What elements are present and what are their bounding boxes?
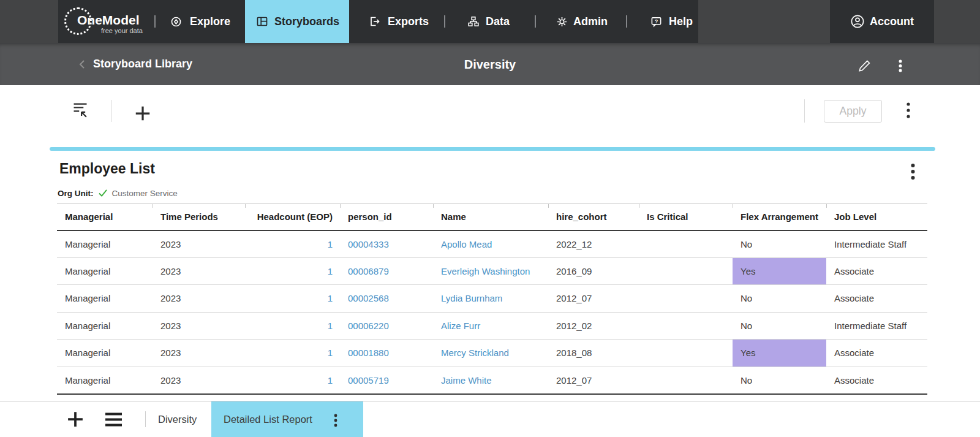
svg-text:?: ? <box>655 18 658 24</box>
column-header[interactable]: Time Periods <box>153 204 245 230</box>
table-cell: Associate <box>826 367 927 394</box>
table-cell: Managerial <box>57 367 153 394</box>
column-header[interactable]: hire_cohort <box>548 204 639 230</box>
table-cell: Associate <box>826 257 927 285</box>
pages-menu-icon[interactable] <box>104 412 123 427</box>
table-header: ManagerialTime PeriodsHeadcount (EOP)per… <box>57 204 927 230</box>
tab-kebab-icon[interactable] <box>334 414 337 427</box>
table-cell: 2023 <box>153 230 245 258</box>
nav-label: Data <box>486 15 510 28</box>
table-cell[interactable]: 1 <box>245 312 340 340</box>
tab-detailed-list-report[interactable]: Detailed List Report <box>211 401 363 437</box>
table-cell: 2012_07 <box>548 285 639 313</box>
table-row: Managerial2023100002568Lydia Burnham2012… <box>57 285 927 313</box>
account-icon <box>850 14 865 29</box>
tab-label: Diversity <box>158 414 197 425</box>
table-cell[interactable]: 1 <box>245 340 340 367</box>
table-cell: 2023 <box>153 285 245 313</box>
filter-value: Customer Service <box>112 189 178 198</box>
table-cell <box>639 285 733 313</box>
column-header[interactable]: Headcount (EOP) <box>245 204 340 230</box>
table-row: Managerial2023100006879Everleigh Washing… <box>57 257 927 285</box>
nav-label: Exports <box>388 15 429 28</box>
table-cell[interactable]: 00001880 <box>340 340 433 367</box>
brand-name: OneModel <box>77 13 140 28</box>
table-cell[interactable]: 00005719 <box>340 367 433 394</box>
table-cell: Yes <box>733 340 826 367</box>
table-cell: Managerial <box>57 340 153 367</box>
nav-label: Help <box>669 15 693 28</box>
check-icon <box>98 189 108 197</box>
table-cell: Yes <box>733 257 826 285</box>
nav-item-explore[interactable]: Explore <box>170 0 230 43</box>
table-cell: 2023 <box>153 312 245 340</box>
toolbar-kebab-icon[interactable] <box>907 102 910 118</box>
toolbar-divider <box>804 99 805 123</box>
nav-item-exports[interactable]: Exports <box>369 0 429 43</box>
table-row: Managerial2023100006220Alize Furr2012_02… <box>57 312 927 340</box>
table-cell[interactable]: 00006220 <box>340 312 433 340</box>
collapse-list-icon[interactable] <box>72 100 89 120</box>
table-cell: Managerial <box>57 285 153 313</box>
table-cell[interactable]: 00004333 <box>340 230 433 258</box>
add-tile-icon[interactable] <box>134 104 152 123</box>
table-cell[interactable]: Apollo Mead <box>433 230 548 258</box>
table-cell[interactable]: 00006879 <box>340 257 433 285</box>
table-cell <box>639 312 733 340</box>
table-cell <box>639 230 733 258</box>
table-cell[interactable]: Lydia Burnham <box>433 285 548 313</box>
help-icon: ? <box>650 16 662 28</box>
column-header[interactable]: Managerial <box>57 204 153 230</box>
table-row: Managerial2023100004333Apollo Mead2022_1… <box>57 230 927 258</box>
add-page-icon[interactable] <box>66 410 85 428</box>
table-cell[interactable]: 1 <box>245 367 340 394</box>
table-cell[interactable]: 1 <box>245 257 340 285</box>
back-to-library[interactable]: Storyboard Library <box>78 43 192 85</box>
data-icon <box>467 15 480 28</box>
table-cell: Managerial <box>57 312 153 340</box>
org-unit-filter[interactable]: Org Unit: Customer Service <box>58 186 178 200</box>
table-cell[interactable]: Everleigh Washington <box>433 257 548 285</box>
table-body: Managerial2023100004333Apollo Mead2022_1… <box>57 230 927 394</box>
nav-item-data[interactable]: Data <box>467 0 510 43</box>
nav-label: Storyboards <box>274 15 339 28</box>
table-cell: 2023 <box>153 257 245 285</box>
table-cell: 2023 <box>153 340 245 367</box>
chevron-left-icon <box>78 59 86 69</box>
table-cell[interactable]: 1 <box>245 230 340 258</box>
storyboard-kebab-icon[interactable] <box>899 59 902 72</box>
nav-item-storyboards[interactable]: Storyboards <box>245 0 349 43</box>
nav-item-help[interactable]: ? Help <box>650 0 693 43</box>
filter-label: Org Unit: <box>58 189 94 198</box>
card-kebab-icon[interactable] <box>911 164 915 180</box>
card-title: Employee List <box>59 161 155 177</box>
table-cell[interactable]: 00002568 <box>340 285 433 313</box>
tab-diversity[interactable]: Diversity <box>158 401 197 437</box>
edit-pencil-icon[interactable] <box>857 58 872 74</box>
table-cell: Managerial <box>57 257 153 285</box>
table-cell <box>639 340 733 367</box>
table-cell: 2018_08 <box>548 340 639 367</box>
storyboards-icon <box>256 15 268 28</box>
storyboard-toolbar: Apply <box>0 85 980 147</box>
table-cell[interactable]: Mercy Strickland <box>433 340 548 367</box>
brand-tagline: free your data <box>101 27 143 34</box>
onemodel-logo[interactable]: OneModel free your data <box>64 0 153 43</box>
column-header[interactable]: Flex Arrangement <box>733 204 826 230</box>
table-cell <box>639 367 733 394</box>
account-menu[interactable]: Account <box>850 0 914 43</box>
column-header[interactable]: Job Level <box>826 204 927 230</box>
table-cell[interactable]: 1 <box>245 285 340 313</box>
column-header[interactable]: Is Critical <box>639 204 733 230</box>
column-header[interactable]: person_id <box>340 204 433 230</box>
table-cell[interactable]: Alize Furr <box>433 312 548 340</box>
storyboard-page-tabs-bar: Diversity Detailed List Report <box>0 401 980 437</box>
apply-button[interactable]: Apply <box>824 100 882 123</box>
table-cell: No <box>733 312 826 340</box>
column-header[interactable]: Name <box>433 204 548 230</box>
nav-item-admin[interactable]: Admin <box>556 0 608 43</box>
nav-label: Admin <box>573 15 608 28</box>
admin-gear-icon <box>556 15 568 28</box>
table-cell[interactable]: Jaime White <box>433 367 548 394</box>
employee-list-card: Employee List Org Unit: Customer Service… <box>50 147 935 151</box>
